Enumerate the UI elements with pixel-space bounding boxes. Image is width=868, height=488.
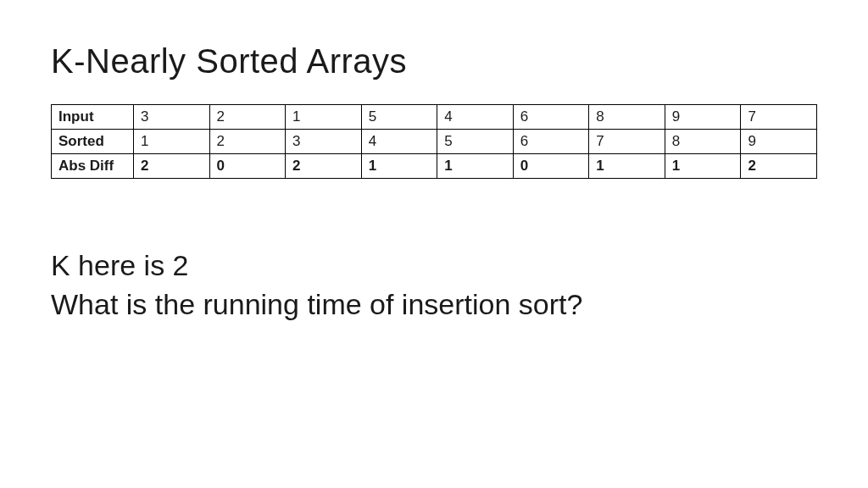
table-cell: 1 [286, 105, 362, 130]
table-cell: 8 [589, 105, 665, 130]
table-cell: 8 [665, 130, 741, 154]
table-cell: 2 [286, 154, 362, 179]
table-cell: 0 [209, 154, 286, 179]
table-cell: 1 [361, 154, 437, 179]
table-cell: 1 [437, 154, 514, 179]
table-row: Input321546897 [52, 105, 817, 130]
table-cell: 1 [134, 130, 210, 154]
table-cell: 6 [513, 130, 589, 154]
body-line-1: K here is 2 [51, 247, 817, 286]
table-row: Abs Diff202110112 [52, 154, 817, 179]
row-header: Input [52, 105, 134, 130]
row-header: Abs Diff [52, 154, 134, 179]
table-cell: 7 [589, 130, 665, 154]
table-cell: 4 [361, 130, 437, 154]
table-cell: 3 [286, 130, 362, 154]
table-cell: 5 [361, 105, 437, 130]
table-cell: 3 [134, 105, 210, 130]
slide: K-Nearly Sorted Arrays Input321546897Sor… [0, 0, 868, 324]
table-cell: 0 [513, 154, 589, 179]
table-cell: 2 [134, 154, 210, 179]
slide-title: K-Nearly Sorted Arrays [51, 42, 817, 80]
table-cell: 2 [209, 130, 286, 154]
body-text: K here is 2 What is the running time of … [51, 247, 817, 324]
table-cell: 7 [741, 105, 817, 130]
body-line-2: What is the running time of insertion so… [51, 286, 817, 324]
table-cell: 9 [665, 105, 741, 130]
table-row: Sorted123456789 [52, 130, 817, 154]
table-cell: 5 [437, 130, 514, 154]
data-table: Input321546897Sorted123456789Abs Diff202… [51, 104, 817, 179]
table-body: Input321546897Sorted123456789Abs Diff202… [52, 105, 817, 179]
table-cell: 1 [589, 154, 665, 179]
table-cell: 4 [437, 105, 514, 130]
table-cell: 6 [513, 105, 589, 130]
table-cell: 1 [665, 154, 741, 179]
table-cell: 2 [209, 105, 286, 130]
row-header: Sorted [52, 130, 134, 154]
table-cell: 2 [741, 154, 817, 179]
table-cell: 9 [741, 130, 817, 154]
